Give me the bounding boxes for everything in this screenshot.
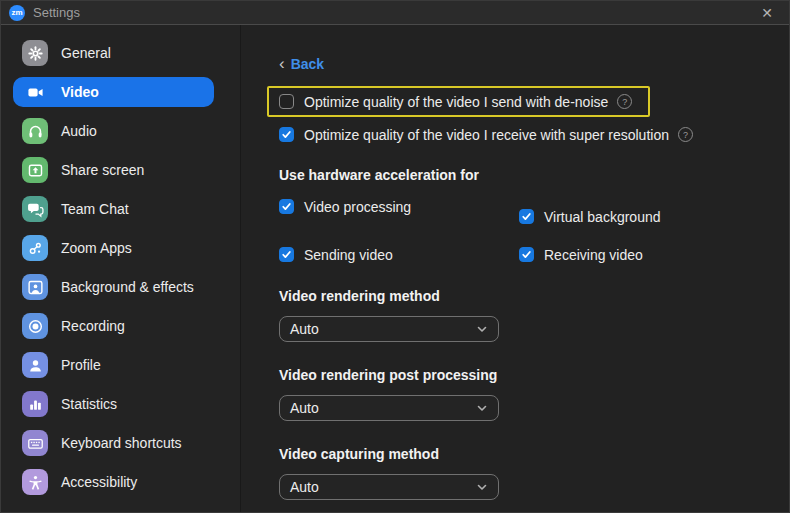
video-capturing-method-select[interactable]: Auto (279, 474, 499, 500)
bar-chart-icon (22, 391, 48, 417)
chevron-down-icon (476, 402, 488, 414)
record-icon (22, 313, 48, 339)
back-button[interactable]: ‹ Back (279, 56, 349, 72)
optimize-send-label: Optimize quality of the video I send wit… (304, 94, 608, 110)
help-icon[interactable]: ? (678, 127, 693, 142)
sidebar-item-video[interactable]: Video (13, 77, 214, 107)
receiving-video-row: Receiving video (519, 246, 789, 263)
sending-video-row: Sending video (279, 246, 519, 263)
sidebar-item-label: General (61, 45, 111, 61)
sidebar-item-label: Statistics (61, 396, 117, 412)
video-rendering-method-heading: Video rendering method (279, 288, 789, 304)
video-settings-panel: ‹ Back Optimize quality of the video I s… (241, 25, 789, 513)
sending-video-checkbox[interactable] (279, 247, 294, 262)
optimize-receive-label: Optimize quality of the video I receive … (304, 127, 669, 143)
person-frame-icon (22, 274, 48, 300)
settings-window: General Video Audio Share screen Team Ch (1, 25, 789, 513)
sidebar-item-background-effects[interactable]: Background & effects (13, 272, 214, 302)
sidebar-item-label: Profile (61, 357, 101, 373)
sidebar-item-label: Zoom Apps (61, 240, 132, 256)
apps-icon (22, 235, 48, 261)
share-screen-icon (22, 157, 48, 183)
sidebar-item-team-chat[interactable]: Team Chat (13, 194, 214, 224)
receiving-video-checkbox[interactable] (519, 247, 534, 262)
keyboard-icon (22, 430, 48, 456)
sidebar-item-label: Recording (61, 318, 125, 334)
titlebar: zm Settings ✕ (1, 1, 789, 25)
video-capturing-method-heading: Video capturing method (279, 446, 789, 462)
settings-sidebar: General Video Audio Share screen Team Ch (1, 25, 241, 513)
optimize-send-row: Optimize quality of the video I send wit… (279, 93, 638, 110)
optimize-send-checkbox[interactable] (279, 94, 294, 109)
sidebar-item-label: Background & effects (61, 279, 194, 295)
sidebar-item-label: Video (61, 84, 99, 100)
headphones-icon (22, 118, 48, 144)
sidebar-item-keyboard-shortcuts[interactable]: Keyboard shortcuts (13, 428, 214, 458)
sidebar-item-recording[interactable]: Recording (13, 311, 214, 341)
close-icon[interactable]: ✕ (753, 2, 781, 24)
person-icon (22, 352, 48, 378)
sidebar-item-label: Keyboard shortcuts (61, 435, 182, 451)
chevron-down-icon (476, 323, 488, 335)
sidebar-item-statistics[interactable]: Statistics (13, 389, 214, 419)
sidebar-item-zoom-apps[interactable]: Zoom Apps (13, 233, 214, 263)
window-title: Settings (33, 5, 753, 20)
sidebar-item-audio[interactable]: Audio (13, 116, 214, 146)
sidebar-item-label: Accessibility (61, 474, 137, 490)
help-icon[interactable]: ? (617, 94, 632, 109)
sidebar-item-profile[interactable]: Profile (13, 350, 214, 380)
sidebar-item-accessibility[interactable]: Accessibility (13, 467, 214, 497)
gear-icon (22, 40, 48, 66)
optimize-receive-row: Optimize quality of the video I receive … (279, 126, 789, 143)
chevron-left-icon: ‹ (279, 57, 285, 71)
video-processing-row: Video processing (279, 198, 519, 215)
sidebar-item-label: Audio (61, 123, 97, 139)
accessibility-icon (22, 469, 48, 495)
zoom-logo-icon: zm (9, 5, 25, 21)
hardware-acceleration-grid: Video processing Virtual background Send… (279, 198, 789, 263)
optimize-receive-checkbox[interactable] (279, 127, 294, 142)
video-rendering-post-processing-heading: Video rendering post processing (279, 367, 789, 383)
hardware-acceleration-heading: Use hardware acceleration for (279, 167, 789, 183)
sidebar-item-share-screen[interactable]: Share screen (13, 155, 214, 185)
sidebar-item-general[interactable]: General (13, 38, 214, 68)
virtual-background-checkbox[interactable] (519, 209, 534, 224)
chat-bubbles-icon (22, 196, 48, 222)
video-processing-checkbox[interactable] (279, 199, 294, 214)
sidebar-item-label: Team Chat (61, 201, 129, 217)
video-rendering-post-processing-select[interactable]: Auto (279, 395, 499, 421)
virtual-background-row: Virtual background (519, 208, 789, 225)
video-rendering-method-select[interactable]: Auto (279, 316, 499, 342)
highlight-box: Optimize quality of the video I send wit… (267, 86, 650, 117)
sidebar-item-label: Share screen (61, 162, 144, 178)
video-camera-icon (22, 79, 48, 105)
chevron-down-icon (476, 481, 488, 493)
